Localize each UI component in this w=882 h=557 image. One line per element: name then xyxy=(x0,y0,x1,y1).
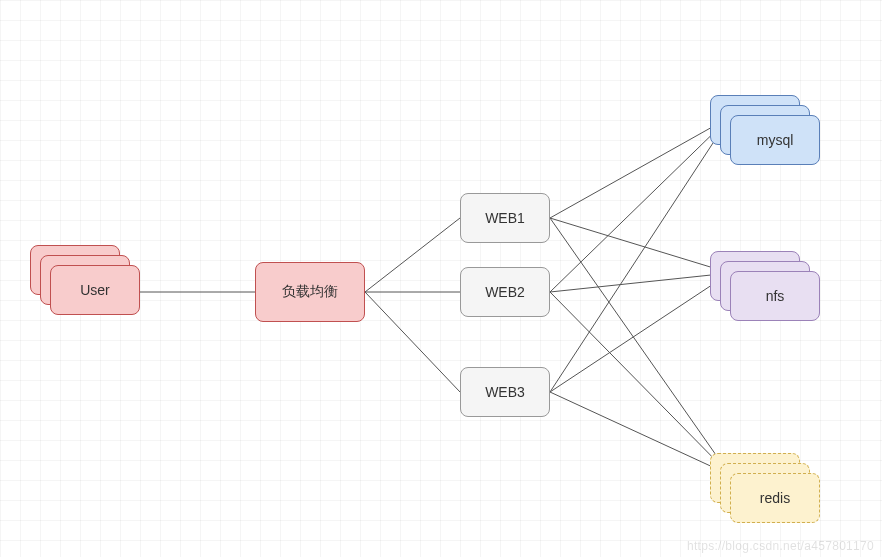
node-user-label: User xyxy=(80,282,110,298)
node-mysql-label: mysql xyxy=(757,132,794,148)
node-web1[interactable]: WEB1 xyxy=(460,193,550,243)
node-web3[interactable]: WEB3 xyxy=(460,367,550,417)
node-lb-label: 负载均衡 xyxy=(282,283,338,301)
svg-line-8 xyxy=(550,273,730,292)
svg-line-7 xyxy=(550,117,730,292)
svg-line-3 xyxy=(365,292,460,392)
node-web2-label: WEB2 xyxy=(485,284,525,300)
node-load-balancer[interactable]: 负载均衡 xyxy=(255,262,365,322)
svg-line-10 xyxy=(550,117,730,392)
diagram-canvas: User 负载均衡 WEB1 WEB2 WEB3 mysql nfs redis xyxy=(0,0,882,557)
watermark: https://blog.csdn.net/a457801170 xyxy=(687,539,874,553)
node-web1-label: WEB1 xyxy=(485,210,525,226)
node-web3-label: WEB3 xyxy=(485,384,525,400)
svg-line-11 xyxy=(550,273,730,392)
node-redis-label: redis xyxy=(760,490,790,506)
svg-line-9 xyxy=(550,292,730,475)
svg-line-1 xyxy=(365,218,460,292)
node-nfs-label: nfs xyxy=(766,288,785,304)
svg-line-5 xyxy=(550,218,730,273)
svg-line-6 xyxy=(550,218,730,475)
svg-line-4 xyxy=(550,117,730,218)
node-web2[interactable]: WEB2 xyxy=(460,267,550,317)
svg-line-12 xyxy=(550,392,730,475)
